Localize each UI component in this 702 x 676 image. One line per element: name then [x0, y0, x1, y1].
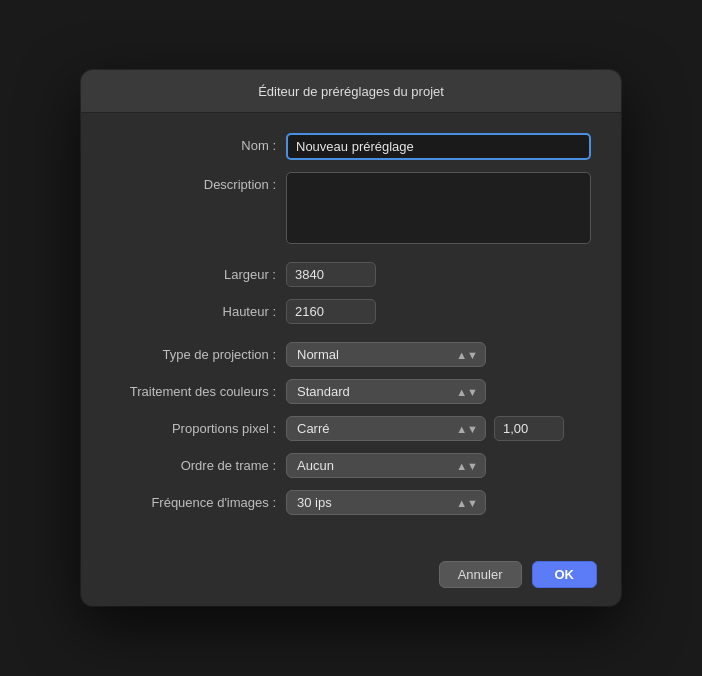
dialog-content: Nom : Description : Largeur : Hauteur : [81, 113, 621, 547]
traitement-couleurs-row: Traitement des couleurs : Standard Wide … [111, 379, 591, 404]
description-input[interactable] [286, 172, 591, 244]
type-projection-wrapper: Normal VR 360° Stéréoscopique ▲▼ [286, 342, 486, 367]
nom-input[interactable] [286, 133, 591, 160]
frequence-images-label: Fréquence d'images : [111, 490, 286, 510]
proportions-pixel-control: Carré 16:9 4:3 ▲▼ [286, 416, 591, 441]
type-projection-select[interactable]: Normal VR 360° Stéréoscopique [286, 342, 486, 367]
nom-row: Nom : [111, 133, 591, 160]
type-projection-control: Normal VR 360° Stéréoscopique ▲▼ [286, 342, 591, 367]
largeur-input[interactable] [286, 262, 376, 287]
proportions-pixel-row: Proportions pixel : Carré 16:9 4:3 ▲▼ [111, 416, 591, 441]
nom-label: Nom : [111, 133, 286, 153]
ordre-trame-wrapper: Aucun Supérieur d'abord Inférieur d'abor… [286, 453, 486, 478]
dialog-title: Éditeur de préréglages du projet [258, 84, 444, 99]
type-projection-row: Type de projection : Normal VR 360° Stér… [111, 342, 591, 367]
ok-button[interactable]: OK [532, 561, 598, 588]
frequence-images-control: 30 ips 24 ips 25 ips 60 ips ▲▼ [286, 490, 591, 515]
ordre-trame-control: Aucun Supérieur d'abord Inférieur d'abor… [286, 453, 591, 478]
title-bar: Éditeur de préréglages du projet [81, 70, 621, 113]
frequence-images-row: Fréquence d'images : 30 ips 24 ips 25 ip… [111, 490, 591, 515]
type-projection-label: Type de projection : [111, 342, 286, 362]
nom-control [286, 133, 591, 160]
hauteur-label: Hauteur : [111, 299, 286, 319]
frequence-images-wrapper: 30 ips 24 ips 25 ips 60 ips ▲▼ [286, 490, 486, 515]
description-row: Description : [111, 172, 591, 244]
dialog-footer: Annuler OK [81, 547, 621, 606]
hauteur-row: Hauteur : [111, 299, 591, 324]
ordre-trame-select[interactable]: Aucun Supérieur d'abord Inférieur d'abor… [286, 453, 486, 478]
hauteur-control [286, 299, 591, 324]
traitement-couleurs-wrapper: Standard Wide Gamut HDR Wide Gamut ▲▼ [286, 379, 486, 404]
traitement-couleurs-label: Traitement des couleurs : [111, 379, 286, 399]
description-label: Description : [111, 172, 286, 192]
hauteur-input[interactable] [286, 299, 376, 324]
traitement-couleurs-select[interactable]: Standard Wide Gamut HDR Wide Gamut [286, 379, 486, 404]
traitement-couleurs-control: Standard Wide Gamut HDR Wide Gamut ▲▼ [286, 379, 591, 404]
frequence-images-select[interactable]: 30 ips 24 ips 25 ips 60 ips [286, 490, 486, 515]
cancel-button[interactable]: Annuler [439, 561, 522, 588]
proportions-pixel-label: Proportions pixel : [111, 416, 286, 436]
description-control [286, 172, 591, 244]
largeur-control [286, 262, 591, 287]
proportions-pixel-select[interactable]: Carré 16:9 4:3 [286, 416, 486, 441]
proportions-pixel-value-input[interactable] [494, 416, 564, 441]
largeur-row: Largeur : [111, 262, 591, 287]
ordre-trame-row: Ordre de trame : Aucun Supérieur d'abord… [111, 453, 591, 478]
ordre-trame-label: Ordre de trame : [111, 453, 286, 473]
largeur-label: Largeur : [111, 262, 286, 282]
proportions-pixel-wrapper: Carré 16:9 4:3 ▲▼ [286, 416, 486, 441]
dialog-container: Éditeur de préréglages du projet Nom : D… [81, 70, 621, 606]
